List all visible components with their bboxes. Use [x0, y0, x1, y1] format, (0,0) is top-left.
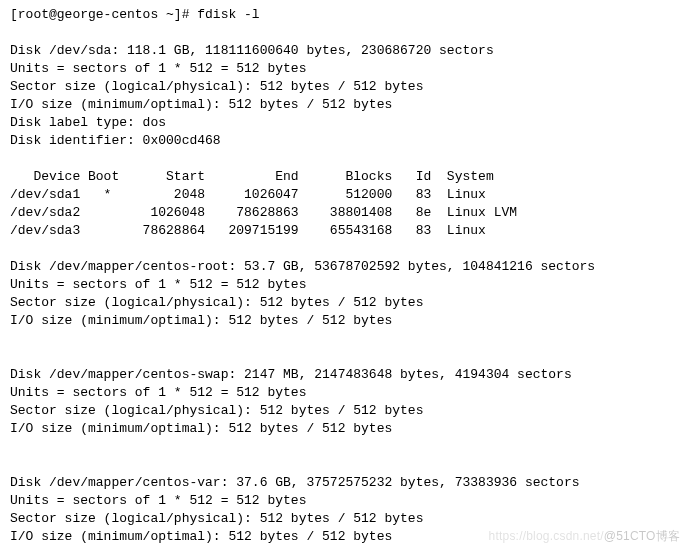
partition-table-header: Device Boot Start End Blocks Id System [10, 169, 494, 184]
disk-root-units: Units = sectors of 1 * 512 = 512 bytes [10, 277, 306, 292]
disk-sda-units: Units = sectors of 1 * 512 = 512 bytes [10, 61, 306, 76]
disk-sda-sector-size: Sector size (logical/physical): 512 byte… [10, 79, 423, 94]
disk-var-units: Units = sectors of 1 * 512 = 512 bytes [10, 493, 306, 508]
shell-prompt-line: [root@george-centos ~]# fdisk -l [10, 7, 260, 22]
disk-root-header: Disk /dev/mapper/centos-root: 53.7 GB, 5… [10, 259, 595, 274]
terminal-output: [root@george-centos ~]# fdisk -l Disk /d… [0, 0, 688, 551]
disk-swap-sector-size: Sector size (logical/physical): 512 byte… [10, 403, 423, 418]
partition-row-sda1: /dev/sda1 * 2048 1026047 512000 83 Linux [10, 187, 486, 202]
partition-row-sda3: /dev/sda3 78628864 209715199 65543168 83… [10, 223, 486, 238]
disk-sda-identifier: Disk identifier: 0x000cd468 [10, 133, 221, 148]
disk-root-io-size: I/O size (minimum/optimal): 512 bytes / … [10, 313, 392, 328]
disk-var-sector-size: Sector size (logical/physical): 512 byte… [10, 511, 423, 526]
partition-row-sda2: /dev/sda2 1026048 78628863 38801408 8e L… [10, 205, 517, 220]
disk-sda-label-type: Disk label type: dos [10, 115, 166, 130]
disk-sda-io-size: I/O size (minimum/optimal): 512 bytes / … [10, 97, 392, 112]
disk-var-header: Disk /dev/mapper/centos-var: 37.6 GB, 37… [10, 475, 580, 490]
disk-swap-units: Units = sectors of 1 * 512 = 512 bytes [10, 385, 306, 400]
disk-swap-header: Disk /dev/mapper/centos-swap: 2147 MB, 2… [10, 367, 572, 382]
disk-root-sector-size: Sector size (logical/physical): 512 byte… [10, 295, 423, 310]
disk-sda-header: Disk /dev/sda: 118.1 GB, 118111600640 by… [10, 43, 494, 58]
disk-var-io-size: I/O size (minimum/optimal): 512 bytes / … [10, 529, 392, 544]
disk-swap-io-size: I/O size (minimum/optimal): 512 bytes / … [10, 421, 392, 436]
